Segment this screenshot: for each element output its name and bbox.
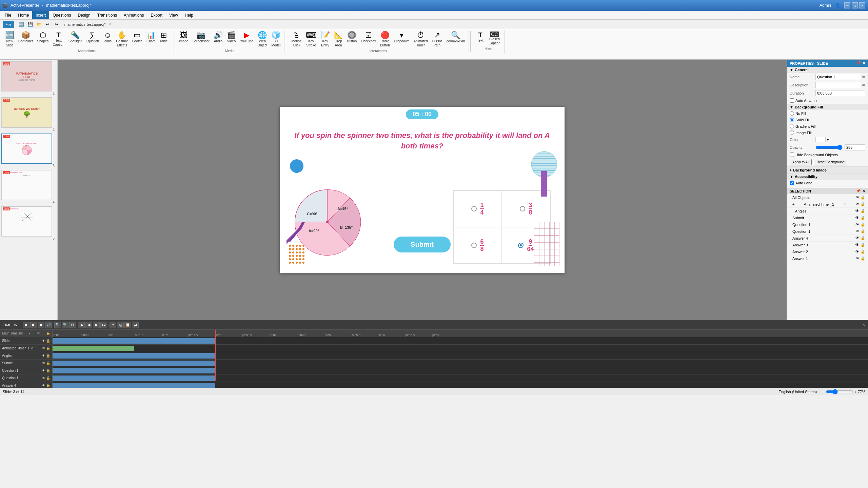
maximize-btn[interactable]: □ [852,2,858,8]
name-edit-icon[interactable]: ✏ [862,75,865,79]
sel-item-answer4[interactable]: Answer 4 👁 🔒 [787,235,868,242]
sel-item-question1-a[interactable]: Question 1 👁 🔒 [787,221,868,228]
all-objects-lock-icon[interactable]: 🔒 [861,195,865,200]
question1-a-lock-icon[interactable]: 🔒 [861,222,865,227]
angles-lock-icon[interactable]: 🔒 [861,209,865,213]
ribbon-btn-chart[interactable]: 📊 Chart [144,30,157,48]
color-swatch[interactable] [815,137,826,142]
submit-lock-icon[interactable]: 🔒 [861,216,865,220]
sel-item-animated-timer[interactable]: + Animated Timer_1 ⊙ 👁 🔒 [787,201,868,208]
submit-eye-icon[interactable]: 👁 [855,216,859,220]
sel-item-answer3[interactable]: Answer 3 👁 🔒 [787,242,868,248]
slide-thumb-5[interactable]: AB is parallel to CD... 0:01 5 [1,206,56,240]
slide-thumb-3[interactable]: If you spin the spinner... 0:01 3 [1,134,56,168]
tl-zoom-out-btn[interactable]: 🔍 [54,322,61,328]
answer-4-radio[interactable] [518,243,524,248]
playhead[interactable] [215,330,216,381]
opacity-input[interactable] [845,144,865,150]
tl-step-fwd-btn[interactable]: ▶ [93,322,100,328]
ribbon-btn-animated-timer[interactable]: ⏱ AnimatedTimer [412,30,429,48]
tl-paste-btn[interactable]: 📋 [124,322,131,328]
sel-all-objects[interactable]: All Objects 👁 🔒 [787,194,868,201]
opacity-slider[interactable] [815,145,843,150]
close-btn[interactable]: ✕ [859,2,865,8]
ribbon-btn-key-stroke[interactable]: ⌨ KeyStroke [304,30,318,48]
selection-close-icon[interactable]: ✕ [862,189,865,193]
tl-audio-btn[interactable]: 🔊 [45,322,52,328]
duration-input[interactable] [815,90,865,96]
ribbon-btn-table[interactable]: ⊞ Table [158,30,170,48]
question1-b-clip[interactable] [53,375,215,381]
ribbon-btn-text-caption[interactable]: T TextCaption [51,30,66,48]
answer4-eye-icon2[interactable]: 👁 [42,384,45,387]
submit-clip[interactable] [53,361,215,366]
tl-zoom-in-btn[interactable]: 🔍 [62,322,68,328]
menu-questions[interactable]: Questions [49,11,74,19]
sel-item-submit[interactable]: Submit 👁 🔒 [787,215,868,221]
main-timeline-eye[interactable]: 👁 [37,331,40,335]
ribbon-btn-icons[interactable]: ☺ Icons [101,30,114,48]
auto-label-checkbox[interactable] [790,181,794,185]
auto-advance-checkbox[interactable] [790,98,794,103]
tl-zoom-fit-btn[interactable]: ⊡ [69,322,76,328]
close-tab-btn[interactable]: ✕ [108,22,111,26]
prop-panel-close[interactable]: ✕ [862,61,865,65]
ribbon-btn-audio[interactable]: 🔊 Audio [212,30,224,48]
question1-b-eye-icon[interactable]: 👁 [855,229,859,233]
slide-clip[interactable] [53,338,215,344]
tl-skip-end-btn[interactable]: ⏭ [100,322,107,328]
timeline-minimize-btn[interactable]: ─ [858,323,861,327]
answer-2-radio[interactable] [520,206,525,211]
ribbon-btn-shapes[interactable]: ⬡ Shapes [35,30,50,48]
answer3-eye-icon[interactable]: 👁 [855,243,859,247]
sel-item-answer2[interactable]: Answer 2 👁 🔒 [787,248,868,255]
angles-eye-icon[interactable]: 👁 [855,209,859,213]
at-eye-icon[interactable]: 👁 [42,346,45,350]
selection-pin-icon[interactable]: 📌 [856,189,861,193]
no-fill-radio[interactable] [790,111,794,116]
slide-lock-icon[interactable]: 🔒 [46,339,50,343]
ribbon-btn-equation[interactable]: ∑ Equation [84,30,101,48]
menu-design[interactable]: Design [74,11,94,19]
ribbon-btn-button[interactable]: 🔘 Button [346,30,359,48]
angles-eye-icon2[interactable]: 👁 [42,354,45,358]
answer3-lock-icon[interactable]: 🔒 [861,243,865,247]
answer-1-radio[interactable] [471,206,477,211]
all-objects-eye-icon[interactable]: 👁 [855,195,859,200]
ribbon-btn-dropdown[interactable]: ▾ Dropdown [392,30,411,48]
redo-btn[interactable]: ↪ [53,21,60,28]
menu-help[interactable]: Help [181,11,197,19]
ribbon-btn-gesture-effects[interactable]: ✋ GestureEffects [114,30,130,48]
animated-timer-lock-icon[interactable]: 🔒 [861,202,865,206]
open-btn[interactable]: 📂 [35,21,43,28]
menu-home[interactable]: Home [15,11,32,19]
slide-thumb-4[interactable]: What is the simplest form... a+b = c 0:0… [1,170,56,204]
ribbon-btn-3d-model[interactable]: 🧊 3DModel [270,30,282,48]
tl-sync-btn[interactable]: ⇄ [132,322,139,328]
answer-cell-3[interactable]: 6 8 [453,227,502,264]
question1-b-lock-icon[interactable]: 🔒 [861,229,865,233]
answer4-clip[interactable] [53,383,215,388]
apply-to-all-btn[interactable]: Apply to All [790,159,812,165]
answer-cell-1[interactable]: 1 4 [453,190,502,227]
prop-panel-pin[interactable]: 📌 [856,61,861,65]
question1-a-eye-icon[interactable]: 👁 [855,222,859,227]
tl-play-btn[interactable]: ▶ [30,322,37,328]
answer4-lock-icon[interactable]: 🔒 [861,236,865,240]
menu-animations[interactable]: Animations [120,11,147,19]
ribbon-btn-zoom-pan[interactable]: 🔍 Zoom-n-Pan [445,30,467,48]
submit-lock-icon2[interactable]: 🔒 [46,361,50,365]
answer4-lock-icon2[interactable]: 🔒 [46,384,50,387]
menu-transitions[interactable]: Transitions [94,11,120,19]
q1b-eye-icon[interactable]: 👁 [42,376,45,380]
ribbon-btn-youtube[interactable]: ▶ YouTube [238,30,255,48]
sel-item-answer1[interactable]: Answer 1 👁 🔒 [787,255,868,262]
tl-copy-btn[interactable]: ⎘ [117,322,124,328]
answer2-lock-icon[interactable]: 🔒 [861,249,865,254]
solid-fill-radio[interactable] [790,118,794,122]
ribbon-btn-radio-button[interactable]: 🔴 RadioButton [378,30,392,48]
ribbon-btn-text[interactable]: T Text [474,30,486,46]
slide-thumb-2[interactable]: BEFORE WE START 🌳 0:01 2 [1,97,56,131]
q1a-eye-icon[interactable]: 👁 [42,369,45,372]
name-input[interactable] [815,74,860,80]
